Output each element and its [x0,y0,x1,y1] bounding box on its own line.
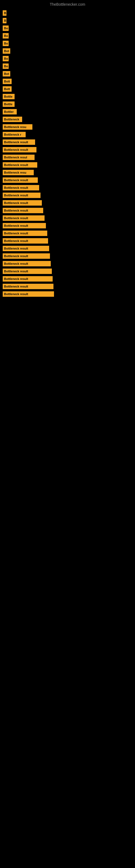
bar-label: Bottleneck result [3,193,41,198]
site-title: TheBottlenecker.com [0,0,135,8]
bar-label: B [3,10,6,16]
bar-label: Bottleneck result [3,246,49,251]
bar-label: Bottleneck result [3,208,43,213]
bar-row: Bo [3,63,132,69]
bar-label: Bo [3,33,9,38]
bar-label: Bottleneck result [3,147,37,152]
bar-row: Bottleneck result [3,140,132,145]
bar-row: Bottleneck result [3,253,132,259]
bar-row: Bottleneck result [3,284,132,289]
bar-label: Bottleneck result [3,140,35,145]
bar-label: Bottleneck resu [3,170,34,175]
bars-container: BBBoBoBoBotBoBoBotBottBottBottleBottleBo… [0,8,135,297]
bar-row: Bottle [3,94,132,99]
bar-label: Bo [3,26,9,31]
bar-label: Bo [3,63,9,69]
bar-row: Bottleneck result [3,177,132,183]
bar-label: Bottleneck result [3,269,52,274]
bar-label: Bottle [3,101,14,107]
bar-row: B [3,10,132,16]
bar-label: Bottleneck result [3,162,37,167]
bar-label: Bottleneck result [3,276,53,282]
bar-label: Bottleneck result [3,291,54,297]
bar-row: Bottleneck result [3,208,132,213]
bar-row: Bo [3,26,132,31]
bar-row: Bottleneck [3,117,132,122]
bar-row: Bot [3,71,132,76]
bar-label: Bottleneck result [3,238,48,244]
bar-row: Bottleneck result [3,200,132,206]
bar-row: Bot [3,48,132,54]
bar-row: Bottleneck result [3,230,132,236]
bar-row: Bott [3,79,132,84]
bar-row: Bo [3,41,132,46]
bar-row: Bottleneck result [3,291,132,297]
bar-row: B [3,18,132,23]
bar-label: Bottleneck result [3,200,42,206]
bar-label: B [3,18,6,23]
bar-label: Bottleneck result [3,230,47,236]
bar-label: Bott [3,86,12,92]
bar-row: Bo [3,33,132,38]
bar-row: Bo [3,56,132,61]
bar-row: Bottleneck result [3,238,132,244]
bar-row: Bottle [3,101,132,107]
bar-row: Bottleneck result [3,269,132,274]
bar-label: Bottleneck result [3,284,53,289]
bar-label: Bott [3,79,12,84]
bar-label: Bottleneck [3,117,22,122]
bar-row: Bottleneck r [3,132,132,137]
bar-row: Bottleneck result [3,215,132,221]
bar-row: Bottleneck resu [3,170,132,175]
bar-row: Bott [3,86,132,92]
bar-row: Bottleneck resu [3,124,132,130]
bar-row: Bottleneck resul [3,155,132,160]
bar-row: Bottleneck result [3,162,132,167]
bar-row: Bottleneck result [3,147,132,152]
bar-row: Bottleneck result [3,193,132,198]
bar-label: Bottleneck result [3,185,39,190]
bar-row: Bottler [3,109,132,115]
bar-label: Bottler [3,109,17,115]
bar-label: Bot [3,48,10,54]
bar-row: Bottleneck result [3,246,132,251]
bar-label: Bot [3,71,10,76]
bar-row: Bottleneck result [3,276,132,282]
bar-label: Bottle [3,94,14,99]
bar-label: Bottleneck result [3,253,50,259]
bar-label: Bottleneck resu [3,124,32,130]
bar-label: Bottleneck resul [3,155,35,160]
bar-label: Bottleneck result [3,223,46,228]
bar-row: Bottleneck result [3,261,132,267]
bar-label: Bottleneck result [3,215,45,221]
bar-row: Bottleneck result [3,223,132,228]
bar-label: Bottleneck r [3,132,26,137]
bar-label: Bo [3,56,9,61]
bar-label: Bo [3,41,9,46]
bar-label: Bottleneck result [3,177,38,183]
bar-label: Bottleneck result [3,261,51,267]
bar-row: Bottleneck result [3,185,132,190]
